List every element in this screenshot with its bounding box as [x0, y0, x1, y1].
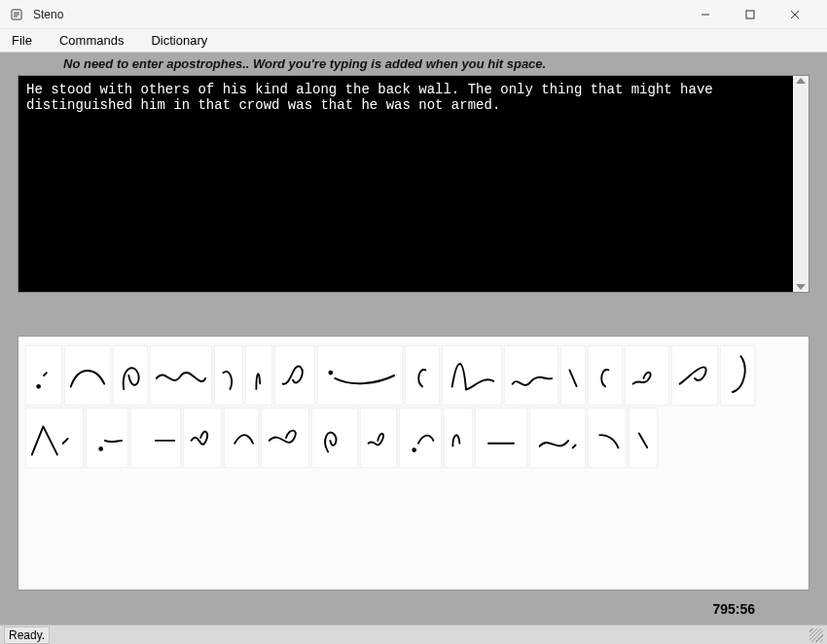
steno-stroke-his [245, 345, 272, 406]
steno-stroke-period1 [560, 345, 586, 406]
steno-stroke-back [442, 345, 502, 406]
steno-stroke-not [529, 408, 586, 468]
menu-commands[interactable]: Commands [54, 31, 129, 50]
scroll-down-icon[interactable] [796, 284, 806, 290]
transcription-editor[interactable] [18, 76, 793, 292]
steno-stroke-wall [504, 345, 558, 406]
counter-display: 795:56 [712, 601, 755, 617]
resize-grip-icon[interactable] [809, 628, 823, 642]
steno-stroke-that2 [261, 408, 309, 468]
steno-stroke-the [405, 345, 440, 406]
steno-stroke-along [317, 345, 403, 406]
steno-stroke-stood [64, 345, 111, 406]
steno-stroke-in [224, 408, 259, 468]
svg-point-5 [329, 372, 332, 375]
svg-point-4 [37, 385, 40, 388]
steno-stroke-the2 [588, 345, 623, 406]
app-icon [10, 7, 25, 22]
steno-stroke-others [150, 345, 212, 406]
hint-text: No need to enter apostrophes.. Word you'… [0, 53, 827, 75]
editor-container [18, 75, 809, 293]
menu-dictionary[interactable]: Dictionary [145, 31, 213, 50]
steno-stroke-thing [671, 345, 718, 406]
svg-point-6 [99, 447, 102, 450]
steno-stroke-kind [274, 345, 315, 406]
close-button[interactable] [773, 1, 817, 28]
steno-strokes-panel [18, 336, 809, 590]
steno-stroke-have [86, 408, 128, 468]
app-window: Steno File Commands Dictionary No need t… [0, 0, 827, 644]
menubar: File Commands Dictionary [0, 29, 827, 53]
steno-stroke-was [360, 408, 397, 468]
steno-stroke-period2 [629, 408, 658, 468]
svg-point-7 [413, 448, 415, 451]
content-area: No need to enter apostrophes.. Word you'… [0, 53, 827, 625]
steno-stroke-distinguished [130, 408, 181, 468]
svg-rect-1 [746, 11, 754, 18]
maximize-button[interactable] [728, 1, 773, 28]
editor-scrollbar[interactable] [793, 76, 809, 292]
steno-stroke-was2 [475, 408, 527, 468]
menu-file[interactable]: File [6, 31, 38, 50]
steno-stroke-of [214, 345, 243, 406]
scroll-up-icon[interactable] [796, 78, 806, 84]
statusbar: Ready. [0, 625, 827, 644]
steno-stroke-only [625, 345, 669, 406]
minimize-button[interactable] [683, 1, 728, 28]
window-title: Steno [33, 8, 63, 21]
steno-stroke-he2 [444, 408, 473, 468]
status-text: Ready. [4, 626, 50, 644]
steno-stroke-with [113, 345, 148, 406]
steno-stroke-he [25, 345, 62, 406]
steno-stroke-that3 [399, 408, 442, 468]
steno-stroke-that [720, 345, 755, 406]
steno-stroke-might [25, 408, 84, 468]
steno-stroke-him [183, 408, 222, 468]
steno-stroke-armed [588, 408, 627, 468]
steno-stroke-crowd [311, 408, 358, 468]
titlebar[interactable]: Steno [0, 0, 827, 29]
